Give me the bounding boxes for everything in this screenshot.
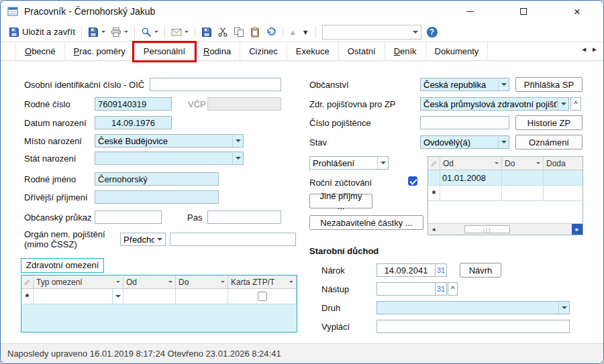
tab-prac-pomery[interactable]: Prac. poměry: [65, 42, 135, 60]
tab-scroll-right-icon[interactable]: ►: [591, 46, 598, 53]
rodne-cislo-input[interactable]: [95, 97, 172, 111]
chevron-down-icon: [101, 27, 105, 37]
save-icon: [88, 27, 99, 38]
next-record-button[interactable]: ▼: [299, 26, 312, 38]
toolbar-combobox[interactable]: [322, 25, 421, 40]
horizontal-scrollbar[interactable]: ◄ ||| ►: [428, 223, 583, 235]
od-cell[interactable]: [440, 186, 502, 201]
export-button[interactable]: [199, 25, 215, 40]
zdravotni-omezeni-grid: Typ omezení Od Do Karta ZTP/T *: [21, 275, 297, 332]
zdr-pojistovna-value: Česká průmyslová zdravotní pojišťo: [423, 99, 558, 109]
datum-narozeni-input[interactable]: [95, 116, 172, 129]
copy-button[interactable]: [231, 25, 247, 40]
tab-ostatni[interactable]: Ostatní: [339, 42, 385, 60]
grid-column-header[interactable]: Do: [502, 157, 544, 170]
close-button[interactable]: ×: [562, 1, 593, 22]
nastup-spinner-button[interactable]: ^: [448, 282, 458, 296]
previous-record-button[interactable]: ▲: [287, 26, 299, 38]
prohlaseni-combobox[interactable]: Prohlášení: [309, 156, 389, 170]
grid-column-header[interactable]: Karta ZTP/T: [228, 276, 297, 288]
envelope-icon: [171, 27, 182, 38]
grid-row-selected[interactable]: 01.01.2008: [428, 170, 583, 186]
tab-scroll-left-icon[interactable]: ◄: [581, 46, 587, 53]
oznameni-button[interactable]: Oznámení: [515, 135, 583, 149]
send-button[interactable]: [168, 25, 191, 40]
nastup-label: Nástup: [321, 284, 349, 294]
prihlaska-sp-button[interactable]: Přihláška SP: [515, 77, 583, 92]
tab-personalni[interactable]: Personální: [135, 42, 195, 60]
do-cell[interactable]: [502, 170, 544, 186]
nastup-calendar-button[interactable]: 31: [435, 282, 447, 296]
preview-button[interactable]: [138, 25, 161, 40]
rocni-zuctovani-checkbox[interactable]: [408, 176, 417, 186]
save-close-button[interactable]: Uložit a zavřít: [6, 25, 78, 40]
historie-zp-button[interactable]: Historie ZP: [515, 115, 583, 130]
grid-column-header[interactable]: Do: [176, 276, 228, 288]
cislo-pojistence-input[interactable]: [420, 116, 509, 129]
grid-column-header[interactable]: Od: [123, 276, 176, 288]
narok-input[interactable]: [376, 263, 436, 277]
dodatecne-cell[interactable]: [544, 170, 583, 186]
stav-combobox[interactable]: Ovdovělý(á): [420, 135, 509, 149]
print-button[interactable]: [108, 25, 131, 40]
karta-ztp-cell[interactable]: [228, 289, 297, 304]
scroll-left-icon[interactable]: ◄: [428, 224, 439, 235]
chevron-down-icon: [154, 233, 165, 245]
undo-button[interactable]: [263, 25, 279, 40]
chevron-down-icon: [154, 27, 158, 37]
tab-obecne[interactable]: Obecné: [15, 42, 65, 60]
scroll-right-icon[interactable]: ►: [572, 224, 583, 235]
narok-label: Nárok: [321, 265, 345, 276]
maximize-button[interactable]: [508, 1, 539, 22]
scrollbar-thumb[interactable]: |||: [464, 225, 510, 233]
rodne-jmeno-input[interactable]: [95, 172, 219, 186]
karta-ztp-checkbox[interactable]: [258, 292, 267, 301]
minimize-icon: [466, 11, 474, 12]
zdr-pojistovna-spinner-button[interactable]: ^: [570, 97, 581, 111]
tab-rodina[interactable]: Rodina: [195, 42, 240, 60]
stat-narozeni-combobox[interactable]: [95, 151, 244, 165]
tab-exekuce[interactable]: Exekuce: [287, 42, 339, 60]
oic-input[interactable]: [150, 78, 281, 91]
pas-input[interactable]: [207, 210, 281, 224]
zdr-pojistovna-label: Zdr. pojišťovna pro ZP: [309, 99, 395, 109]
maximize-icon: [520, 8, 527, 15]
obcanstvi-combobox[interactable]: Česká republika: [420, 78, 509, 91]
save-button[interactable]: [85, 25, 108, 40]
drivejsi-prijmeni-input[interactable]: [95, 190, 219, 204]
paste-button[interactable]: [247, 25, 263, 40]
drivejsi-prijmeni-label: Dřívější příjmení: [24, 192, 88, 202]
status-bar: Naposledy upraveno 16.01.2019 8:17:24 Ot…: [1, 343, 603, 363]
tab-denik[interactable]: Deník: [385, 42, 426, 60]
dodatecne-cell[interactable]: [544, 186, 583, 201]
jine-prijmy-button[interactable]: Jiné příjmy ...: [309, 194, 372, 208]
druh-combobox[interactable]: [376, 301, 570, 314]
chevron-down-icon: [498, 78, 509, 90]
organ-nem-pojisteni-input[interactable]: [170, 233, 296, 246]
typ-omezeni-cell-combobox[interactable]: [34, 289, 123, 304]
zdr-pojistovna-combobox[interactable]: Česká průmyslová zdravotní pojišťo: [420, 97, 569, 111]
title-bar: Pracovník - Černohorský Jakub ×: [1, 1, 603, 22]
organ-nem-pojisteni-combobox[interactable]: Předchozí: [120, 233, 166, 246]
grid-column-header[interactable]: Typ omezení: [34, 276, 123, 288]
cut-button[interactable]: [215, 25, 231, 40]
obcansky-prukaz-input[interactable]: [95, 210, 162, 224]
tab-cizinec[interactable]: Cizinec: [240, 42, 287, 60]
help-button[interactable]: ?: [424, 25, 440, 40]
od-cell[interactable]: [123, 289, 176, 304]
od-cell[interactable]: 01.01.2008: [440, 170, 502, 186]
nezabavitelne-castky-button[interactable]: Nezabavitelné částky ...: [309, 215, 423, 230]
grid-column-header[interactable]: Doda: [544, 157, 583, 170]
narok-calendar-button[interactable]: 31: [435, 263, 447, 277]
grid-column-header[interactable]: Od: [440, 157, 502, 170]
navrh-button[interactable]: Návrh: [460, 263, 501, 278]
do-cell[interactable]: [176, 289, 228, 304]
tab-dokumenty[interactable]: Dokumenty: [426, 42, 489, 60]
misto-narozeni-combobox[interactable]: České Budějovice: [95, 134, 244, 147]
vyplaci-input[interactable]: [376, 320, 570, 333]
minimize-button[interactable]: [454, 1, 485, 22]
starobni-duchod-title: Starobní důchod: [309, 246, 379, 256]
rocni-zuctovani-label: Roční zúčtování: [309, 178, 372, 188]
do-cell[interactable]: [502, 186, 544, 201]
nastup-input[interactable]: [376, 282, 436, 296]
